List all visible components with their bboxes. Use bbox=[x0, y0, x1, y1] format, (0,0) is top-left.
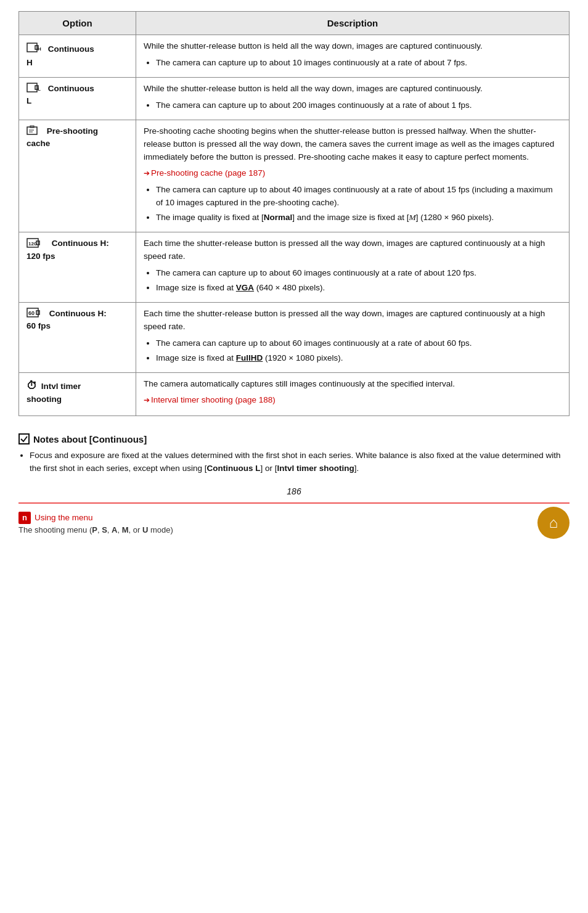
desc-continuous-l: While the shutter-release button is held… bbox=[136, 77, 570, 120]
svg-text:60: 60 bbox=[28, 310, 35, 316]
option-continuous-120: 120 Continuous H:120 fps bbox=[19, 232, 136, 303]
continuous-60-icon: 60 bbox=[27, 308, 46, 320]
table-row: Pre-shootingcache Pre-shooting cache sho… bbox=[19, 120, 570, 232]
svg-text:L: L bbox=[38, 86, 41, 92]
desc-continuous-60: Each time the shutter-release button is … bbox=[136, 302, 570, 372]
desc-bullet: The camera can capture up to about 40 im… bbox=[156, 184, 561, 210]
desc-bullet: The camera can capture up to about 60 im… bbox=[156, 267, 561, 280]
desc-text: Each time the shutter-release button is … bbox=[144, 308, 561, 334]
desc-link[interactable]: Interval timer shooting (page 188) bbox=[144, 394, 561, 407]
desc-bullet: Image size is fixed at FullHD (1920 × 10… bbox=[156, 352, 561, 365]
table-header-description: Description bbox=[136, 12, 570, 35]
option-intvl-timer: ⏱ Intvl timershooting bbox=[19, 372, 136, 416]
desc-bullet: Image size is fixed at VGA (640 × 480 pi… bbox=[156, 282, 561, 295]
continuous-l-icon: L bbox=[27, 83, 44, 95]
option-continuous-60: 60 Continuous H:60 fps bbox=[19, 302, 136, 372]
table-row: 120 Continuous H:120 fps Each time the s… bbox=[19, 232, 570, 303]
svg-text:H: H bbox=[38, 46, 41, 52]
intvl-timer-icon: ⏱ bbox=[27, 380, 37, 391]
notes-title-text: Notes about [Continuous] bbox=[33, 434, 147, 444]
footer-bar: n Using the menu The shooting menu (P, S… bbox=[18, 502, 570, 539]
home-button[interactable]: ⌂ bbox=[537, 507, 570, 539]
table-row: L ContinuousL While the shutter-release … bbox=[19, 77, 570, 120]
desc-bullet: The camera can capture up to about 60 im… bbox=[156, 337, 561, 350]
desc-bullet: The camera can capture up to about 200 i… bbox=[156, 99, 561, 112]
notes-item: Focus and exposure are fixed at the valu… bbox=[30, 449, 570, 475]
desc-intvl-timer: The camera automatically captures still … bbox=[136, 372, 570, 416]
desc-bullet: The camera can capture up to about 10 im… bbox=[156, 57, 561, 70]
desc-text: The camera automatically captures still … bbox=[144, 378, 561, 391]
notes-body: Focus and exposure are fixed at the valu… bbox=[18, 449, 570, 475]
desc-continuous-h: While the shutter-release button is held… bbox=[136, 35, 570, 78]
desc-text: While the shutter-release button is held… bbox=[144, 40, 561, 53]
option-preshooting: Pre-shootingcache bbox=[19, 120, 136, 232]
option-continuous-l: L ContinuousL bbox=[19, 77, 136, 120]
notes-section: Notes about [Continuous] Focus and expos… bbox=[18, 433, 570, 475]
page-number: 186 bbox=[18, 486, 570, 496]
table-row: ⏱ Intvl timershooting The camera automat… bbox=[19, 372, 570, 416]
svg-rect-6 bbox=[27, 127, 37, 134]
svg-text:120: 120 bbox=[28, 241, 37, 247]
continuous-120-icon: 120 bbox=[27, 237, 48, 250]
footer-subtitle: The shooting menu (P, S, A, M, or U mode… bbox=[18, 525, 173, 534]
desc-text: Each time the shutter-release button is … bbox=[144, 237, 561, 263]
table-row: 60 Continuous H:60 fps Each time the shu… bbox=[19, 302, 570, 372]
footer-link-text[interactable]: Using the menu bbox=[35, 513, 93, 522]
desc-continuous-120: Each time the shutter-release button is … bbox=[136, 232, 570, 303]
desc-link[interactable]: Pre-shooting cache (page 187) bbox=[144, 167, 561, 180]
desc-text: Pre-shooting cache shooting begins when … bbox=[144, 125, 561, 164]
check-mark-icon bbox=[18, 433, 30, 444]
notes-title: Notes about [Continuous] bbox=[18, 433, 570, 444]
option-continuous-h: H ContinuousH bbox=[19, 35, 136, 78]
options-table: Option Description H ContinuousH While t… bbox=[18, 11, 570, 416]
footer-nav-icon: n bbox=[18, 512, 31, 524]
preshooting-icon bbox=[27, 125, 43, 137]
footer-right: ⌂ bbox=[537, 507, 570, 539]
desc-text: While the shutter-release button is held… bbox=[144, 83, 561, 96]
footer-left: n Using the menu The shooting menu (P, S… bbox=[18, 512, 173, 534]
desc-bullet: The image quality is fixed at [Normal] a… bbox=[156, 211, 561, 224]
desc-preshooting: Pre-shooting cache shooting begins when … bbox=[136, 120, 570, 232]
continuous-h-icon: H bbox=[27, 40, 44, 57]
table-row: H ContinuousH While the shutter-release … bbox=[19, 35, 570, 78]
table-header-option: Option bbox=[19, 12, 136, 35]
home-icon: ⌂ bbox=[549, 514, 558, 531]
